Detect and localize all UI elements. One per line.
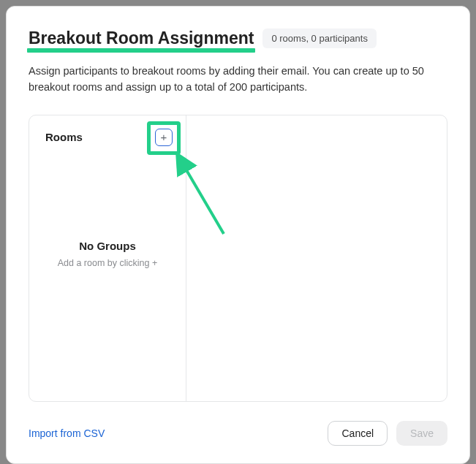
empty-state-subtitle: Add a room by clicking + xyxy=(38,258,177,268)
title-underline-annotation xyxy=(27,48,255,53)
empty-state-title: No Groups xyxy=(38,240,177,252)
modal-description: Assign participants to breakout rooms by… xyxy=(29,63,447,96)
empty-state: No Groups Add a room by clicking + xyxy=(29,240,186,268)
rooms-panel: Rooms + No Groups Add a room by clicking… xyxy=(29,115,447,402)
sidebar-title: Rooms xyxy=(45,131,83,143)
title-wrap: Breakout Room Assignment xyxy=(29,28,254,48)
main-pane xyxy=(186,115,447,401)
breakout-room-modal: Breakout Room Assignment 0 rooms, 0 part… xyxy=(6,6,470,464)
save-button: Save xyxy=(396,421,447,446)
import-csv-link[interactable]: Import from CSV xyxy=(29,427,105,439)
rooms-sidebar: Rooms + No Groups Add a room by clicking… xyxy=(29,115,186,401)
cancel-button[interactable]: Cancel xyxy=(328,421,388,446)
sidebar-header: Rooms + xyxy=(29,115,186,159)
add-room-button[interactable]: + xyxy=(155,129,173,146)
plus-icon: + xyxy=(161,132,167,142)
header-row: Breakout Room Assignment 0 rooms, 0 part… xyxy=(29,28,447,48)
counts-badge: 0 rooms, 0 participants xyxy=(262,28,377,48)
footer-actions: Cancel Save xyxy=(328,421,447,446)
modal-title: Breakout Room Assignment xyxy=(29,28,254,48)
modal-footer: Import from CSV Cancel Save xyxy=(29,402,447,446)
